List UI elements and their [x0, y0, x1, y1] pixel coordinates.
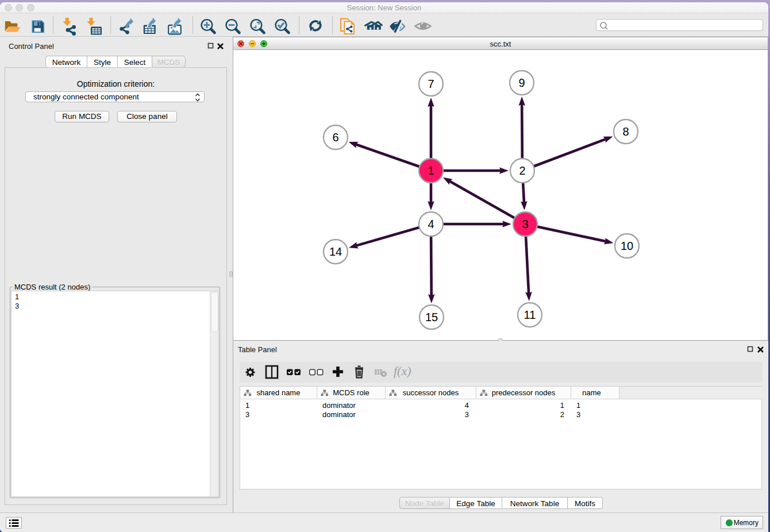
svg-text:10: 10 [621, 240, 633, 252]
svg-text:15: 15 [425, 311, 438, 323]
svg-text:2: 2 [519, 164, 525, 177]
svg-text:14: 14 [329, 245, 342, 258]
svg-text:3: 3 [522, 218, 528, 230]
svg-text:7: 7 [428, 78, 434, 90]
svg-text:4: 4 [428, 218, 434, 230]
svg-text:1: 1 [428, 164, 434, 177]
svg-text:11: 11 [524, 309, 536, 321]
svg-text:8: 8 [622, 125, 629, 138]
svg-text:6: 6 [332, 131, 338, 144]
svg-text:9: 9 [518, 76, 525, 89]
